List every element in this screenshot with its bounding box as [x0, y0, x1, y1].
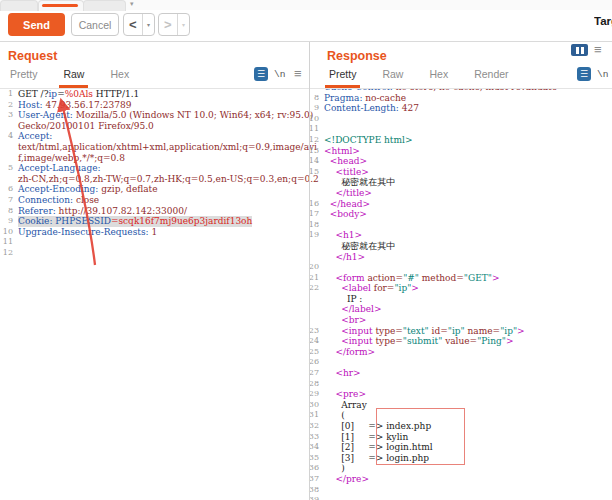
code-line[interactable]: 8Pragma: no-cache — [306, 93, 612, 104]
code-line[interactable]: 20 — [306, 262, 612, 273]
response-editor[interactable]: 7Cache-Control: no-store, no-cache, must… — [306, 82, 612, 500]
code-line[interactable]: 10 — [306, 114, 612, 125]
code-text: zh-CN,zh;q=0.8,zh-TW;q=0.7,zh-HK;q=0.5,e… — [18, 174, 319, 185]
code-segment: </pre> — [335, 474, 369, 484]
chevron-down-icon[interactable]: ▾ — [177, 14, 189, 35]
request-tab-pretty[interactable]: Pretty — [6, 68, 41, 88]
code-line[interactable]: 秘密就在其中 — [306, 241, 612, 252]
response-tab-render[interactable]: Render — [470, 68, 512, 88]
send-button[interactable]: Send — [8, 13, 65, 36]
show-newlines-toggle[interactable]: \n — [274, 69, 285, 80]
code-line[interactable]: 27 <hr> — [306, 368, 612, 379]
code-line[interactable]: 29 <pre> — [306, 389, 612, 400]
code-line[interactable]: f,image/webp,*/*;q=0.8 — [0, 153, 306, 164]
code-line[interactable]: 9Content-Length: 427 — [306, 103, 612, 114]
code-segment — [324, 389, 335, 399]
code-segment: http://39.107.82.142:33000/ — [56, 206, 187, 216]
code-line[interactable]: 12 — [0, 248, 306, 259]
code-line[interactable]: 14 <head> — [306, 156, 612, 167]
code-text: <br> — [324, 315, 366, 326]
code-line[interactable]: 19 <h1> — [306, 230, 612, 241]
code-segment: 秘密就在其中 — [324, 241, 395, 251]
request-editor[interactable]: 1GET /?ip=%0Als HTTP/1.12Host: 47.93.56.… — [0, 89, 306, 259]
code-line[interactable]: 33 [1] => kylin — [306, 432, 612, 443]
history-forward-button[interactable]: > ▾ — [158, 13, 190, 36]
code-line[interactable]: 17 <body> — [306, 209, 612, 220]
code-segment: <body> — [330, 209, 367, 219]
line-number: 35 — [306, 453, 319, 464]
code-line[interactable]: 2Host: 47.93.56.17:23789 — [0, 100, 306, 111]
code-line[interactable]: 秘密就在其中 — [306, 177, 612, 188]
code-line[interactable]: 13<html> — [306, 146, 612, 157]
code-line[interactable]: </label> — [306, 304, 612, 315]
code-line[interactable]: 9Cookie: PHPSESSID=scqk16f7mj9ue6p3jardi… — [0, 216, 306, 227]
code-line[interactable]: 5Accept-Language: — [0, 163, 306, 174]
code-line[interactable]: 10Upgrade-Insecure-Requests: 1 — [0, 227, 306, 238]
code-line[interactable]: text/html,application/xhtml+xml,applicat… — [0, 142, 306, 153]
code-line[interactable]: 11 — [306, 124, 612, 135]
code-line[interactable]: 4Accept: — [0, 131, 306, 142]
code-line[interactable]: 26 — [306, 357, 612, 368]
code-line[interactable]: 32 [0] => index.php — [306, 421, 612, 432]
response-tab-raw[interactable]: Raw — [378, 68, 407, 88]
code-segment: <br> — [341, 315, 366, 325]
chevron-down-icon[interactable]: ▾ — [142, 14, 154, 35]
code-segment: > — [492, 273, 500, 283]
repeater-tab[interactable] — [0, 0, 38, 11]
code-line[interactable]: 11 — [0, 237, 306, 248]
history-back-button[interactable]: < ▾ — [123, 13, 155, 36]
line-number: 8 — [306, 93, 319, 104]
code-line[interactable]: 39 — [306, 495, 612, 500]
response-tab-hex[interactable]: Hex — [425, 68, 452, 88]
code-line[interactable]: 36 ) — [306, 463, 612, 474]
pretty-print-icon[interactable]: ☰ — [577, 67, 591, 81]
code-line[interactable]: 12<!DOCTYPE html> — [306, 135, 612, 146]
code-line[interactable]: 28 — [306, 379, 612, 390]
code-line[interactable]: 3User-Agent: Mozilla/5.0 (Windows NT 10.… — [0, 110, 306, 121]
code-line[interactable]: 22 <label for="ip"> — [306, 283, 612, 294]
code-line[interactable]: 6Accept-Encoding: gzip, deflate — [0, 184, 306, 195]
code-line[interactable]: 37 </pre> — [306, 474, 612, 485]
code-line[interactable]: 21 <form action="#" method="GET"> — [306, 273, 612, 284]
forward-arrow-icon[interactable]: > — [159, 14, 177, 35]
response-tab-pretty[interactable]: Pretty — [325, 68, 360, 88]
line-number: 3 — [0, 110, 13, 121]
chevron-down-icon[interactable]: ▾ — [130, 0, 134, 8]
cancel-button[interactable]: Cancel — [71, 13, 119, 36]
code-text: <title> — [324, 167, 369, 178]
code-line[interactable]: IP : — [306, 294, 612, 305]
code-line[interactable]: <br> — [306, 315, 612, 326]
pretty-print-icon[interactable]: ☰ — [254, 67, 268, 81]
code-line[interactable]: 7Connection: close — [0, 195, 306, 206]
layout-menu-icon[interactable]: ≡ — [594, 45, 602, 55]
code-segment: text/html,application/xhtml+xml,applicat… — [18, 142, 317, 152]
code-line[interactable]: Gecko/20100101 Firefox/95.0 — [0, 121, 306, 132]
code-line[interactable]: 23 <input type="text" id="ip" name="ip"> — [306, 326, 612, 337]
code-line[interactable]: 25 </form> — [306, 347, 612, 358]
code-segment — [324, 474, 335, 484]
code-line[interactable]: 8Referer: http://39.107.82.142:33000/ — [0, 206, 306, 217]
code-line[interactable]: 16 </head> — [306, 199, 612, 210]
code-segment: f,image/webp,*/*;q=0.8 — [18, 153, 125, 163]
code-line[interactable]: </title> — [306, 188, 612, 199]
code-line[interactable]: </h1> — [306, 252, 612, 263]
pane-divider[interactable] — [309, 42, 310, 500]
code-line[interactable]: 18 — [306, 220, 612, 231]
show-newlines-toggle[interactable]: \n — [597, 69, 608, 80]
columns-layout-icon[interactable] — [571, 44, 588, 56]
code-line[interactable]: 15 <title> — [306, 167, 612, 178]
request-tab-raw[interactable]: Raw — [59, 68, 88, 88]
code-line[interactable]: 24 <input type="submit" value="Ping"> — [306, 336, 612, 347]
menu-icon[interactable]: ≡ — [294, 69, 302, 79]
request-tab-hex[interactable]: Hex — [106, 68, 133, 88]
code-line[interactable]: 31 ( — [306, 410, 612, 421]
code-line[interactable]: 35 [3] => login.php — [306, 453, 612, 464]
code-line[interactable]: 1GET /?ip=%0Als HTTP/1.1 — [0, 89, 306, 100]
code-line[interactable]: 34 [2] => login.html — [306, 442, 612, 453]
code-segment — [324, 304, 341, 314]
code-line[interactable]: 30 Array — [306, 400, 612, 411]
code-line[interactable]: zh-CN,zh;q=0.8,zh-TW;q=0.7,zh-HK;q=0.5,e… — [0, 174, 306, 185]
code-line[interactable]: 38 — [306, 485, 612, 496]
repeater-tab[interactable] — [83, 0, 126, 11]
back-arrow-icon[interactable]: < — [124, 14, 142, 35]
